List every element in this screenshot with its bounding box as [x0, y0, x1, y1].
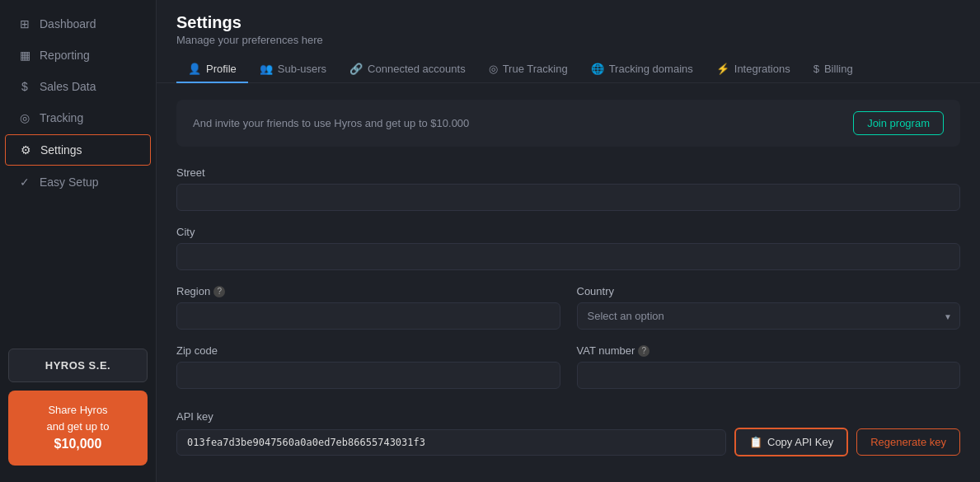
- integrations-tab-icon: ⚡: [716, 63, 729, 75]
- sidebar-label-reporting: Reporting: [40, 49, 90, 62]
- tab-billing[interactable]: $ Billing: [802, 56, 865, 83]
- sidebar-item-sales-data[interactable]: $ Sales Data: [5, 72, 151, 101]
- billing-tab-icon: $: [814, 63, 819, 75]
- zip-input[interactable]: [176, 362, 560, 389]
- referral-text: And invite your friends to use Hyros and…: [193, 117, 469, 129]
- copy-api-key-button[interactable]: 📋 Copy API Key: [734, 428, 848, 456]
- sidebar: ⊞ Dashboard ▦ Reporting $ Sales Data ◎ T…: [0, 0, 157, 482]
- content-area: And invite your friends to use Hyros and…: [157, 83, 980, 482]
- vat-help-icon[interactable]: ?: [638, 345, 649, 357]
- tab-connected-accounts-label: Connected accounts: [368, 63, 466, 75]
- promo-line1: Share Hyros: [48, 404, 107, 416]
- join-program-button[interactable]: Join program: [853, 111, 944, 135]
- tracking-domains-tab-icon: 🌐: [591, 63, 604, 75]
- promo-card[interactable]: Share Hyros and get up to $10,000: [8, 391, 148, 466]
- country-select[interactable]: Select an option: [577, 302, 961, 330]
- tracking-icon: ◎: [18, 111, 31, 124]
- zip-field-row: Zip code: [176, 344, 560, 389]
- street-field-row: Street: [176, 166, 960, 211]
- tab-true-tracking-label: True Tracking: [503, 63, 568, 75]
- promo-line2: and get up to: [47, 420, 110, 433]
- tab-integrations[interactable]: ⚡ Integrations: [705, 56, 802, 83]
- page-header: Settings Manage your preferences here: [157, 0, 980, 46]
- sidebar-item-settings[interactable]: ⚙ Settings: [5, 134, 151, 166]
- region-label: Region ?: [176, 285, 560, 297]
- dashboard-icon: ⊞: [18, 17, 31, 30]
- vat-label: VAT number ?: [577, 344, 961, 357]
- tab-profile-label: Profile: [206, 63, 237, 75]
- api-key-row: 013fea7d3be9047560a0a0ed7eb86655743031f3…: [176, 428, 960, 456]
- page-subtitle: Manage your preferences here: [176, 34, 960, 46]
- sidebar-item-dashboard[interactable]: ⊞ Dashboard: [5, 9, 151, 39]
- tab-integrations-label: Integrations: [734, 63, 790, 75]
- region-field-row: Region ?: [176, 285, 560, 330]
- true-tracking-tab-icon: ◎: [489, 63, 498, 75]
- sidebar-item-easy-setup[interactable]: ✓ Easy Setup: [5, 167, 151, 197]
- sidebar-label-easy-setup: Easy Setup: [40, 175, 99, 189]
- city-label: City: [176, 226, 960, 238]
- sidebar-label-tracking: Tracking: [40, 111, 83, 124]
- vat-input[interactable]: [577, 362, 961, 389]
- copy-icon: 📋: [749, 436, 762, 448]
- main-content: Settings Manage your preferences here 👤 …: [157, 0, 980, 482]
- country-select-wrapper: Select an option: [577, 302, 961, 330]
- country-label: Country: [577, 285, 961, 297]
- tab-true-tracking[interactable]: ◎ True Tracking: [477, 56, 579, 83]
- easy-setup-icon: ✓: [18, 175, 31, 189]
- tab-billing-label: Billing: [824, 63, 853, 75]
- api-key-section: API key 013fea7d3be9047560a0a0ed7eb86655…: [176, 410, 960, 456]
- copy-btn-label: Copy API Key: [767, 436, 833, 448]
- sidebar-label-settings: Settings: [40, 143, 82, 157]
- region-country-row: Region ? Country Select an option: [176, 285, 960, 344]
- tab-profile[interactable]: 👤 Profile: [176, 56, 248, 83]
- vat-field-row: VAT number ?: [577, 344, 961, 389]
- connected-accounts-tab-icon: 🔗: [349, 63, 363, 75]
- country-field-row: Country Select an option: [577, 285, 961, 330]
- region-input[interactable]: [176, 302, 560, 330]
- zip-vat-row: Zip code VAT number ?: [176, 344, 960, 404]
- zip-label: Zip code: [176, 344, 560, 357]
- reporting-icon: ▦: [18, 49, 31, 62]
- sidebar-label-dashboard: Dashboard: [40, 17, 96, 30]
- company-badge: HYROS S.E.: [8, 349, 148, 382]
- tab-connected-accounts[interactable]: 🔗 Connected accounts: [338, 56, 477, 83]
- region-help-icon[interactable]: ?: [213, 286, 225, 297]
- settings-icon: ⚙: [19, 143, 32, 157]
- sales-data-icon: $: [18, 80, 31, 93]
- tab-sub-users-label: Sub-users: [278, 63, 326, 75]
- api-key-label: API key: [176, 410, 960, 423]
- sidebar-bottom: HYROS S.E. Share Hyros and get up to $10…: [0, 340, 156, 474]
- sidebar-label-sales-data: Sales Data: [40, 80, 96, 93]
- city-field-row: City: [176, 226, 960, 270]
- tab-tracking-domains[interactable]: 🌐 Tracking domains: [579, 56, 705, 83]
- street-input[interactable]: [176, 184, 960, 211]
- api-key-value: 013fea7d3be9047560a0a0ed7eb86655743031f3: [176, 429, 726, 456]
- regenerate-key-button[interactable]: Regenerate key: [856, 428, 960, 456]
- street-label: Street: [176, 166, 960, 179]
- tab-sub-users[interactable]: 👥 Sub-users: [248, 56, 338, 83]
- referral-banner: And invite your friends to use Hyros and…: [176, 100, 960, 147]
- promo-amount: $10,000: [54, 437, 102, 451]
- profile-tab-icon: 👤: [188, 63, 201, 75]
- city-input[interactable]: [176, 243, 960, 270]
- tab-bar: 👤 Profile 👥 Sub-users 🔗 Connected accoun…: [157, 46, 980, 83]
- sidebar-item-tracking[interactable]: ◎ Tracking: [5, 103, 151, 133]
- sub-users-tab-icon: 👥: [260, 63, 273, 75]
- tab-tracking-domains-label: Tracking domains: [609, 63, 693, 75]
- sidebar-item-reporting[interactable]: ▦ Reporting: [5, 40, 151, 70]
- page-title: Settings: [176, 13, 960, 32]
